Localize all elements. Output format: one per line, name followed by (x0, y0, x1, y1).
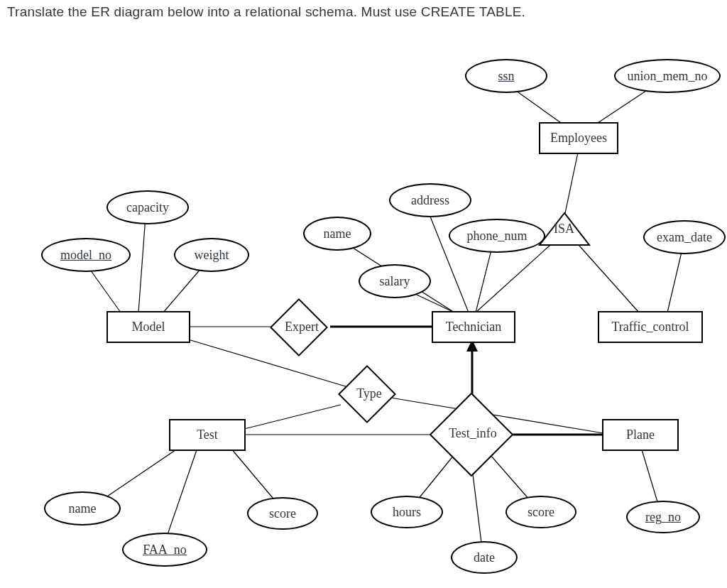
attr-exam-date: exam_date (643, 220, 726, 254)
attr-ssn: ssn (465, 59, 547, 93)
svg-line-13 (138, 217, 146, 312)
svg-line-2 (564, 149, 579, 217)
entity-test: Test (169, 419, 246, 451)
attr-score-ti: score (505, 496, 576, 528)
attr-salary: salary (359, 264, 431, 298)
attr-score-test: score (247, 497, 318, 530)
attr-date: date (451, 541, 518, 574)
entity-traffic-control: Traffic_control (598, 311, 703, 343)
attr-hours: hours (371, 496, 443, 528)
svg-line-5 (579, 245, 639, 312)
svg-line-17 (241, 405, 341, 430)
attr-model-no: model_no (41, 238, 131, 272)
entity-plane: Plane (602, 419, 679, 451)
svg-line-4 (476, 245, 550, 312)
svg-line-16 (188, 339, 355, 389)
rel-test-info-label: Test_info (446, 426, 500, 441)
attr-name-test: name (44, 491, 121, 526)
svg-line-6 (667, 252, 682, 312)
attr-reg-no: reg_no (626, 501, 700, 533)
rel-type-label: Type (349, 386, 389, 401)
er-diagram-canvas: ssn union_mem_no capacity model_no weigh… (0, 0, 727, 588)
svg-line-20 (163, 444, 199, 547)
attr-faa-no: FAA_no (122, 533, 207, 567)
attr-capacity: capacity (106, 190, 189, 224)
svg-line-8 (426, 206, 469, 312)
attr-address: address (389, 183, 471, 217)
attr-phone-num: phone_num (449, 219, 545, 253)
attr-weight: weight (174, 238, 249, 272)
entity-employees: Employees (539, 122, 618, 154)
entity-model: Model (106, 311, 190, 343)
entity-technician: Technician (432, 311, 515, 343)
rel-expert-label: Expert (280, 320, 323, 334)
isa-label: ISA (554, 222, 574, 236)
attr-union-mem-no: union_mem_no (614, 59, 721, 93)
attr-name-tech: name (303, 217, 371, 251)
